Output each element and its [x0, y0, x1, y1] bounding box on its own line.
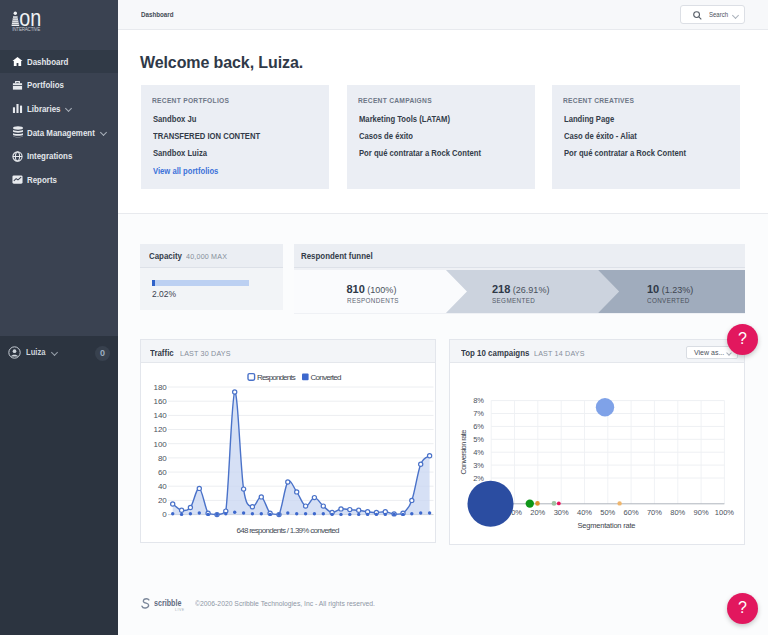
svg-text:2%: 2%: [473, 474, 484, 483]
svg-text:100%: 100%: [715, 508, 735, 517]
svg-text:40%: 40%: [577, 508, 592, 517]
svg-text:120: 120: [153, 425, 167, 434]
svg-text:Converted: Converted: [311, 373, 342, 382]
svg-text:30%: 30%: [554, 508, 569, 517]
svg-text:80: 80: [158, 454, 167, 463]
svg-text:50%: 50%: [600, 508, 615, 517]
svg-text:70%: 70%: [647, 508, 662, 517]
svg-text:Segmentation rate: Segmentation rate: [578, 521, 636, 530]
svg-text:6%: 6%: [473, 422, 484, 431]
svg-text:140: 140: [153, 411, 167, 420]
svg-text:160: 160: [153, 397, 167, 406]
svg-text:180: 180: [153, 383, 167, 392]
svg-text:Conversion rate: Conversion rate: [459, 430, 468, 475]
svg-text:90%: 90%: [694, 508, 709, 517]
svg-text:60%: 60%: [624, 508, 639, 517]
svg-text:7%: 7%: [473, 409, 484, 418]
svg-text:8%: 8%: [473, 396, 484, 405]
svg-text:20: 20: [158, 496, 167, 505]
svg-text:80%: 80%: [670, 508, 685, 517]
svg-text:100: 100: [153, 440, 167, 449]
svg-text:INTERACTIVE: INTERACTIVE: [12, 27, 40, 32]
svg-text:3%: 3%: [473, 461, 484, 470]
svg-text:648 respondents / 1.39% conver: 648 respondents / 1.39% converted: [237, 526, 340, 535]
svg-text:Respondents: Respondents: [257, 373, 296, 382]
svg-text:60: 60: [158, 468, 167, 477]
svg-text:4%: 4%: [473, 448, 484, 457]
svg-text:0: 0: [162, 510, 167, 519]
svg-text:40: 40: [158, 482, 167, 491]
svg-text:20%: 20%: [530, 508, 545, 517]
svg-text:5%: 5%: [473, 435, 484, 444]
